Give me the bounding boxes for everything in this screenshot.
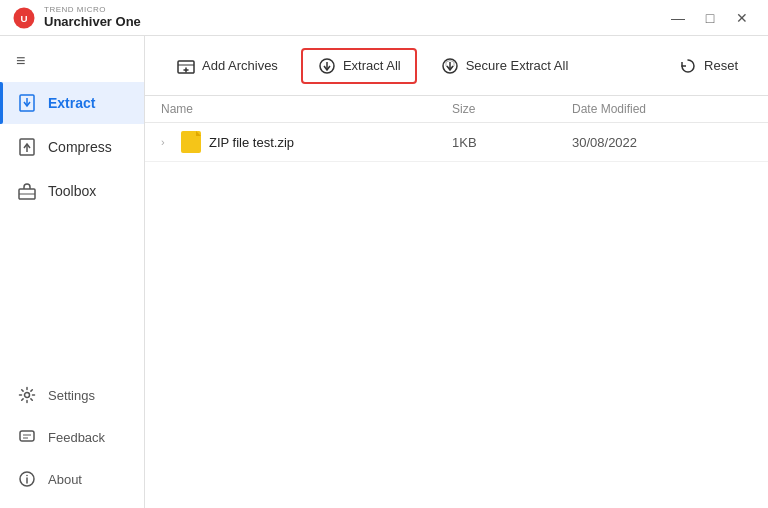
app-name: Unarchiver One [44,15,141,29]
about-label: About [48,472,82,487]
col-size: Size [452,102,572,116]
table-row[interactable]: › ZIP file test.zip 1KB 30/08/2022 [145,123,768,162]
settings-icon [16,384,38,406]
compress-label: Compress [48,139,112,155]
minimize-button[interactable]: — [664,7,692,29]
sidebar-item-settings[interactable]: Settings [0,374,144,416]
col-date: Date Modified [572,102,752,116]
svg-point-8 [25,393,30,398]
title-bar-left: U TREND MICRO Unarchiver One [12,6,141,30]
app-title-text: TREND MICRO Unarchiver One [44,6,141,29]
file-size: 1KB [452,135,572,150]
sidebar-item-about[interactable]: About [0,458,144,500]
col-name: Name [161,102,452,116]
extract-all-label: Extract All [343,58,401,73]
settings-label: Settings [48,388,95,403]
reset-label: Reset [704,58,738,73]
app-logo: U [12,6,36,30]
secure-extract-all-icon [440,56,460,76]
content-area: Add Archives Extract All [145,36,768,508]
extract-all-button[interactable]: Extract All [301,48,417,84]
hamburger-menu[interactable]: ≡ [0,44,144,82]
sidebar-item-compress[interactable]: Compress [0,126,144,168]
file-date: 30/08/2022 [572,135,752,150]
zip-file-icon [181,131,201,153]
svg-rect-9 [20,431,34,441]
chevron-right-icon: › [161,136,173,148]
toolbox-icon [16,180,38,202]
file-list: Name Size Date Modified › ZIP file test.… [145,96,768,508]
compress-icon [16,136,38,158]
sidebar: ≡ Extract [0,36,145,508]
toolbar: Add Archives Extract All [145,36,768,96]
secure-extract-all-button[interactable]: Secure Extract All [425,49,584,83]
extract-all-icon [317,56,337,76]
add-archives-icon [176,56,196,76]
about-icon [16,468,38,490]
reset-icon [678,56,698,76]
file-list-header: Name Size Date Modified [145,96,768,123]
sidebar-item-extract[interactable]: Extract [0,82,144,124]
add-archives-label: Add Archives [202,58,278,73]
extract-icon [16,92,38,114]
reset-button[interactable]: Reset [664,50,752,82]
sidebar-item-toolbox[interactable]: Toolbox [0,170,144,212]
main-layout: ≡ Extract [0,36,768,508]
feedback-icon [16,426,38,448]
sidebar-item-feedback[interactable]: Feedback [0,416,144,458]
sidebar-bottom: Settings Feedback [0,374,144,508]
feedback-label: Feedback [48,430,105,445]
maximize-button[interactable]: □ [696,7,724,29]
secure-extract-all-label: Secure Extract All [466,58,569,73]
file-name-cell: › ZIP file test.zip [161,131,452,153]
file-name: ZIP file test.zip [209,135,294,150]
add-archives-button[interactable]: Add Archives [161,49,293,83]
extract-label: Extract [48,95,95,111]
title-bar-controls: — □ ✕ [664,7,756,29]
sidebar-nav: Extract Compress [0,82,144,374]
svg-point-14 [26,475,28,477]
svg-text:U: U [20,12,27,23]
title-bar: U TREND MICRO Unarchiver One — □ ✕ [0,0,768,36]
close-button[interactable]: ✕ [728,7,756,29]
toolbox-label: Toolbox [48,183,96,199]
